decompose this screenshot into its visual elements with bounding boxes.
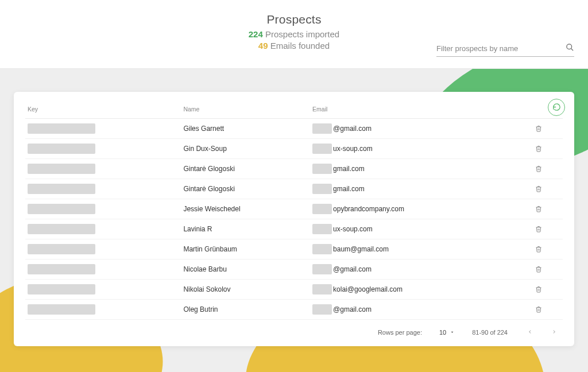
- trash-icon: [517, 226, 560, 232]
- cell-name: Oleg Butrin: [181, 299, 310, 319]
- redacted-email-prefix: [312, 244, 332, 254]
- redacted-email-prefix: [312, 184, 332, 194]
- delete-row-button[interactable]: [514, 158, 563, 179]
- search-input[interactable]: [436, 44, 566, 53]
- header-stats: 224 Prospects imported 49 Emails founded: [249, 29, 339, 52]
- svg-point-0: [567, 44, 572, 49]
- redacted-email-prefix: [312, 304, 332, 315]
- table-row: Gintarė Glogoskigmail.com: [25, 179, 563, 199]
- delete-row-button[interactable]: [514, 219, 563, 239]
- cell-email: @gmail.com: [312, 264, 512, 274]
- redacted-key: [28, 204, 95, 214]
- trash-icon: [517, 306, 560, 313]
- refresh-button[interactable]: [548, 99, 565, 116]
- cell-name: Giles Garnett: [181, 118, 310, 138]
- column-header-email[interactable]: Email: [310, 101, 514, 119]
- redacted-key: [28, 184, 95, 194]
- cell-email: kolai@googlemail.com: [312, 284, 512, 294]
- email-suffix: @gmail.com: [333, 125, 372, 133]
- imported-count: 224: [249, 29, 263, 39]
- cell-name: Jessie Weischedel: [181, 199, 310, 219]
- trash-icon: [517, 266, 560, 273]
- table-row: Lavinia Rux-soup.com: [25, 219, 563, 239]
- prospects-table: Key Name Email Giles Garnett@gmail.comGi…: [25, 101, 563, 320]
- cell-name: Nicolae Barbu: [181, 259, 310, 279]
- emails-count: 49: [258, 41, 268, 51]
- pagination-range: 81-90 of 224: [472, 329, 508, 336]
- email-suffix: gmail.com: [333, 165, 365, 173]
- email-suffix: @gmail.com: [333, 305, 372, 313]
- table-row: Gin Dux-Soupux-soup.com: [25, 138, 563, 158]
- cell-email: @gmail.com: [312, 304, 512, 315]
- trash-icon: [517, 165, 560, 172]
- trash-icon: [517, 286, 560, 293]
- redacted-key: [28, 264, 95, 274]
- delete-row-button[interactable]: [514, 118, 563, 138]
- trash-icon: [517, 206, 560, 212]
- redacted-email-prefix: [312, 164, 332, 174]
- redacted-email-prefix: [312, 284, 332, 294]
- trash-icon: [517, 185, 560, 192]
- email-suffix: gmail.com: [333, 185, 365, 193]
- redacted-key: [28, 144, 95, 154]
- delete-row-button[interactable]: [514, 239, 563, 259]
- rows-per-page-value: 10: [439, 329, 446, 336]
- redacted-email-prefix: [312, 264, 332, 274]
- redacted-email-prefix: [312, 204, 332, 214]
- svg-line-1: [571, 48, 573, 50]
- cell-email: baum@gmail.com: [312, 244, 512, 254]
- trash-icon: [517, 246, 560, 253]
- cell-email: opybrandcompany.com: [312, 204, 512, 214]
- emails-label: Emails founded: [270, 41, 330, 51]
- trash-icon: [517, 145, 560, 152]
- cell-email: @gmail.com: [312, 123, 512, 134]
- prev-page-button[interactable]: [525, 328, 535, 337]
- rows-per-page-select[interactable]: 10: [439, 329, 455, 336]
- cell-email: ux-soup.com: [312, 144, 512, 154]
- search-container: [436, 43, 574, 57]
- redacted-email-prefix: [312, 224, 332, 234]
- redacted-key: [28, 304, 95, 315]
- redacted-key: [28, 164, 95, 174]
- chevron-down-icon: [450, 329, 455, 336]
- next-page-button[interactable]: [549, 328, 559, 337]
- cell-name: Martin Grünbaum: [181, 239, 310, 259]
- cell-email: gmail.com: [312, 184, 512, 194]
- table-row: Oleg Butrin@gmail.com: [25, 299, 563, 319]
- email-suffix: ux-soup.com: [333, 225, 373, 233]
- table-row: Gintarė Glogoskigmail.com: [25, 158, 563, 179]
- delete-row-button[interactable]: [514, 138, 563, 158]
- cell-email: gmail.com: [312, 164, 512, 174]
- table-row: Martin Grünbaumbaum@gmail.com: [25, 239, 563, 259]
- table-row: Nikolai Sokolovkolai@googlemail.com: [25, 279, 563, 299]
- delete-row-button[interactable]: [514, 259, 563, 279]
- cell-name: Gintarė Glogoski: [181, 179, 310, 199]
- prospects-card: Key Name Email Giles Garnett@gmail.comGi…: [14, 92, 574, 346]
- table-row: Giles Garnett@gmail.com: [25, 118, 563, 138]
- delete-row-button[interactable]: [514, 199, 563, 219]
- page-header: Prospects 224 Prospects imported 49 Emai…: [0, 0, 588, 69]
- table-row: Jessie Weischedelopybrandcompany.com: [25, 199, 563, 219]
- column-header-key[interactable]: Key: [25, 101, 181, 119]
- pagination-bar: Rows per page: 10 81-90 of 224: [25, 320, 563, 339]
- redacted-email-prefix: [312, 144, 332, 154]
- cell-name: Gin Dux-Soup: [181, 138, 310, 158]
- delete-row-button[interactable]: [514, 179, 563, 199]
- search-icon[interactable]: [566, 43, 574, 54]
- email-suffix: @gmail.com: [333, 265, 372, 273]
- email-suffix: opybrandcompany.com: [333, 205, 404, 213]
- imported-label: Prospects imported: [265, 29, 339, 39]
- email-suffix: baum@gmail.com: [333, 245, 389, 253]
- email-suffix: kolai@googlemail.com: [333, 285, 403, 293]
- delete-row-button[interactable]: [514, 279, 563, 299]
- trash-icon: [517, 125, 560, 132]
- cell-name: Lavinia R: [181, 219, 310, 239]
- delete-row-button[interactable]: [514, 299, 563, 319]
- column-header-name[interactable]: Name: [181, 101, 310, 119]
- redacted-key: [28, 224, 95, 234]
- cell-email: ux-soup.com: [312, 224, 512, 234]
- table-row: Nicolae Barbu@gmail.com: [25, 259, 563, 279]
- redacted-key: [28, 284, 95, 294]
- redacted-key: [28, 123, 95, 134]
- page-title: Prospects: [266, 13, 321, 26]
